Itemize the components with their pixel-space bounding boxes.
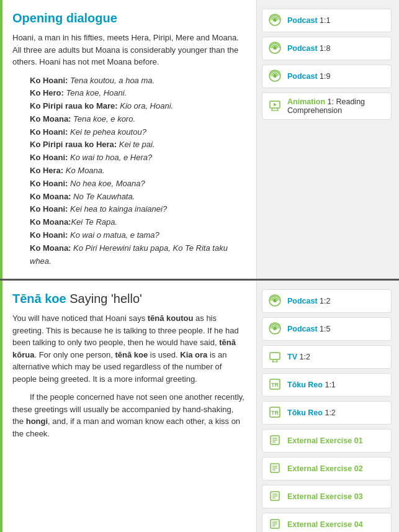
animation-icon [269, 99, 282, 113]
dialogue-line: Ko Moana: Tena koe, e koro. [30, 113, 246, 126]
media-btn-label: Podcast 1:1 [287, 16, 331, 25]
exercise-icon [269, 490, 282, 503]
dialogue-line: Ko Hoani: Kei te pehea koutou? [30, 126, 246, 139]
media-btn-exercise[interactable]: External Exercise 03 [262, 485, 392, 508]
media-btn-podcast[interactable]: Podcast 1:5 [262, 317, 392, 341]
dialogue-text: Kio ora, Hoani. [118, 101, 174, 110]
media-btn-podcast[interactable]: Podcast 1:1 [262, 9, 392, 32]
media-btn-label: External Exercise 04 [287, 520, 363, 529]
dialogue-block: Ko Hoani: Tena koutou, a hoa ma.Ko Hero:… [30, 74, 246, 268]
dialogue-line: Ko Moana: Ko Piri Herewini taku papa, Ko… [30, 242, 246, 268]
exercise-icon [269, 434, 282, 448]
tena-body-1: You will have noticed that Hoani says tē… [12, 312, 246, 385]
dialogue-speaker: Ko Moana: [30, 217, 71, 227]
dialogue-speaker: Ko Hoani: [30, 76, 68, 85]
section-tena-koe: Tēnā koe Saying 'hello' You will have no… [0, 281, 399, 532]
svg-text:TR: TR [271, 410, 279, 416]
media-btn-label: Podcast 1:9 [287, 72, 331, 81]
exercise-icon [269, 518, 282, 531]
title-part2-text: Saying 'hello' [69, 292, 142, 305]
dialogue-line: Ko Hoani: Ko wai to hoa, e Hera? [30, 151, 246, 165]
dialogue-line: Ko Hera: Ko Moana. [30, 165, 246, 178]
dialogue-line: Ko Hero: Tena koe, Hoani. [30, 87, 246, 100]
tena-intro3: . For only one person, [34, 350, 115, 359]
page: Opening dialogue Hoani, a man in his fif… [0, 0, 399, 532]
dialogue-text: Kei te pehea koutou? [68, 127, 146, 137]
tena-bold5: hongi [26, 417, 48, 426]
dialogue-speaker: Ko Hero: [30, 88, 64, 97]
tena-intro1: You will have noticed that Hoani says [12, 313, 148, 323]
dialogue-speaker: Ko Hera: [30, 166, 63, 175]
media-btn-animation[interactable]: Animation 1: Reading Comprehension [262, 92, 392, 120]
media-btn-podcast[interactable]: Podcast 1:8 [262, 37, 392, 60]
dialogue-line: Ko Hoani: Tena koutou, a hoa ma. [30, 74, 246, 88]
section-opening-dialogue: Opening dialogue Hoani, a man in his fif… [0, 0, 399, 281]
dialogue-text: Kei hea to kainga inaianei? [68, 204, 167, 214]
exercise-icon [269, 462, 282, 476]
podcast-icon [269, 322, 282, 336]
svg-rect-15 [270, 353, 280, 359]
media-btn-label: Podcast 1:5 [287, 325, 331, 333]
svg-text:TR: TR [271, 382, 279, 388]
dialogue-speaker: Ko Moana: [30, 114, 71, 124]
svg-point-12 [273, 299, 277, 302]
dialogue-speaker: Ko Hoani: [30, 179, 68, 188]
dialogue-line: Ko Piripi raua ko Mare: Kio ora, Hoani. [30, 100, 246, 113]
podcast-icon [269, 42, 282, 55]
dialogue-text: Tena koe, e koro. [71, 114, 135, 124]
dialogue-line: Ko Hoani: Ko wai o matua, e tama? [30, 229, 246, 242]
dialogue-speaker: Ko Piripi raua ko Hera: [30, 140, 117, 149]
section-left-opening: Opening dialogue Hoani, a man in his fif… [0, 0, 256, 279]
tena-body-2: If the people concerned have not seen on… [12, 391, 246, 440]
tena-bold4: Kia ora [180, 350, 207, 359]
media-btn-exercise[interactable]: External Exercise 01 [262, 429, 392, 453]
dialogue-speaker: Ko Hoani: [30, 127, 68, 137]
dialogue-text: No hea koe, Moana? [68, 179, 145, 188]
title-part1: Tēnā koe [12, 292, 66, 305]
media-btn-label: Podcast 1:8 [287, 44, 331, 53]
podcast-icon [269, 294, 282, 308]
media-btn-podcast[interactable]: Podcast 1:2 [262, 289, 392, 313]
svg-point-5 [273, 74, 277, 78]
media-btn-podcast[interactable]: Podcast 1:9 [262, 65, 392, 88]
dialogue-speaker: Ko Moana: [30, 243, 71, 253]
section-right-tena: Podcast 1:2 Podcast 1:5 TV 1:2 TR Tōku R… [256, 281, 399, 532]
toku-icon: TR [269, 406, 282, 420]
dialogue-speaker: Ko Moana: [30, 192, 71, 201]
dialogue-text: Kei te pai. [117, 140, 155, 149]
dialogue-text: Ko Moana. [63, 166, 105, 175]
dialogue-line: Ko Hoani: No hea koe, Moana? [30, 178, 246, 191]
svg-point-1 [273, 18, 277, 22]
media-btn-label: External Exercise 02 [287, 464, 363, 473]
section-title-opening: Opening dialogue [12, 11, 246, 25]
media-btn-label: Tōku Reo 1:1 [287, 381, 336, 389]
media-btn-toku[interactable]: TR Tōku Reo 1:1 [262, 373, 392, 397]
media-btn-tv[interactable]: TV 1:2 [262, 345, 392, 369]
toku-icon: TR [269, 378, 282, 392]
tv-icon [269, 350, 282, 364]
media-btn-exercise[interactable]: External Exercise 04 [262, 513, 392, 532]
opening-intro: Hoani, a man in his fifties, meets Hera,… [12, 32, 246, 68]
tena-bold1: tēnā koutou [148, 313, 194, 323]
dialogue-line: Ko Piripi raua ko Hera: Kei te pai. [30, 138, 246, 151]
media-btn-label: Animation 1: Reading Comprehension [287, 97, 385, 115]
media-btn-exercise[interactable]: External Exercise 02 [262, 457, 392, 480]
media-btn-label: External Exercise 01 [287, 436, 363, 445]
media-btn-toku[interactable]: TR Tōku Reo 1:2 [262, 401, 392, 425]
media-btn-label: External Exercise 03 [287, 492, 363, 501]
section-left-tena: Tēnā koe Saying 'hello' You will have no… [0, 281, 256, 532]
podcast-icon [269, 70, 282, 83]
dialogue-line: Ko Moana:Kei Te Rapa. [30, 216, 246, 229]
dialogue-text: Tena koe, Hoani. [64, 88, 127, 97]
tena-intro4: is used. [148, 350, 180, 359]
dialogue-speaker: Ko Hoani: [30, 230, 68, 240]
svg-point-3 [273, 46, 277, 50]
podcast-icon [269, 14, 282, 27]
section-title-tena: Tēnā koe Saying 'hello' [12, 292, 246, 306]
dialogue-speaker: Ko Hoani: [30, 204, 68, 214]
dialogue-text: Tena koutou, a hoa ma. [68, 76, 155, 85]
dialogue-line: Ko Hoani: Kei hea to kainga inaianei? [30, 203, 246, 216]
svg-marker-10 [274, 103, 277, 106]
svg-point-14 [273, 327, 277, 330]
media-btn-label: Podcast 1:2 [287, 297, 331, 305]
